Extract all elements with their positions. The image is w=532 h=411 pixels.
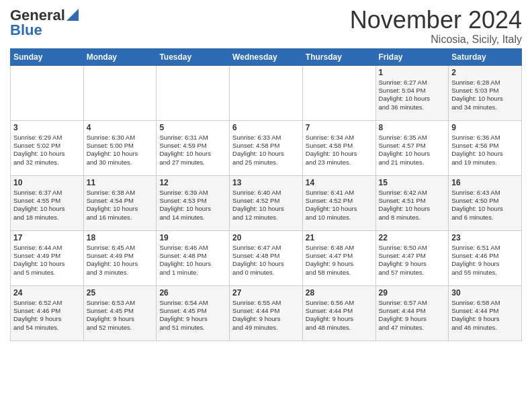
day-info: Sunrise: 6:48 AM — [306, 244, 373, 252]
day-number: 13 — [232, 178, 300, 187]
day-info: Sunset: 4:47 PM — [379, 252, 446, 260]
calendar-table: SundayMondayTuesdayWednesdayThursdayFrid… — [10, 48, 522, 341]
day-info: Daylight: 10 hours — [232, 260, 300, 268]
day-info: Sunrise: 6:57 AM — [379, 299, 446, 307]
day-number: 11 — [87, 178, 154, 187]
calendar-cell: 23Sunrise: 6:51 AMSunset: 4:46 PMDayligh… — [449, 230, 522, 285]
page-container: General Blue November 2024 Nicosia, Sici… — [0, 0, 532, 348]
day-info: Sunrise: 6:37 AM — [13, 189, 81, 197]
day-info: Sunset: 4:47 PM — [306, 252, 373, 260]
calendar-cell: 2Sunrise: 6:28 AMSunset: 5:03 PMDaylight… — [449, 65, 522, 120]
day-info: and 54 minutes. — [13, 324, 81, 332]
calendar-cell: 4Sunrise: 6:30 AMSunset: 5:00 PMDaylight… — [83, 120, 157, 175]
logo-icon — [66, 9, 79, 21]
day-info: Sunrise: 6:36 AM — [451, 134, 519, 142]
day-info: Sunset: 4:44 PM — [379, 307, 446, 315]
day-info: and 27 minutes. — [159, 158, 226, 167]
calendar-header-cell: Monday — [83, 48, 157, 65]
day-info: Daylight: 10 hours — [87, 205, 154, 213]
calendar-cell: 25Sunrise: 6:53 AMSunset: 4:45 PMDayligh… — [83, 285, 157, 340]
day-number: 6 — [232, 123, 300, 132]
day-info: Daylight: 10 hours — [451, 95, 519, 103]
day-info: and 21 minutes. — [379, 158, 446, 167]
day-info: Sunrise: 6:54 AM — [159, 299, 226, 307]
day-info: and 6 minutes. — [451, 214, 519, 222]
calendar-cell: 5Sunrise: 6:31 AMSunset: 4:59 PMDaylight… — [157, 120, 230, 175]
day-number: 24 — [13, 288, 81, 298]
day-info: Sunset: 5:02 PM — [13, 142, 81, 150]
day-info: Sunset: 4:46 PM — [451, 252, 519, 260]
day-info: Sunset: 4:50 PM — [451, 197, 519, 205]
calendar-cell: 12Sunrise: 6:39 AMSunset: 4:53 PMDayligh… — [157, 175, 230, 230]
day-number: 23 — [451, 233, 519, 242]
day-info: and 3 minutes. — [87, 269, 154, 277]
day-info: Daylight: 10 hours — [306, 150, 373, 158]
calendar-cell: 17Sunrise: 6:44 AMSunset: 4:49 PMDayligh… — [11, 230, 84, 285]
day-number: 12 — [159, 178, 226, 187]
month-title: November 2024 — [350, 7, 522, 34]
day-info: Daylight: 10 hours — [13, 150, 81, 158]
day-info: and 30 minutes. — [87, 158, 154, 167]
calendar-cell: 29Sunrise: 6:57 AMSunset: 4:44 PMDayligh… — [375, 285, 449, 340]
day-info: Sunset: 4:48 PM — [159, 252, 226, 260]
day-info: and 14 minutes. — [159, 214, 226, 222]
calendar-cell: 15Sunrise: 6:42 AMSunset: 4:51 PMDayligh… — [375, 175, 449, 230]
svg-marker-0 — [66, 9, 79, 21]
day-info: Daylight: 9 hours — [159, 315, 226, 323]
calendar-cell — [230, 65, 303, 120]
day-info: Daylight: 10 hours — [451, 150, 519, 158]
day-info: Sunset: 4:46 PM — [13, 307, 81, 315]
day-info: Sunrise: 6:38 AM — [87, 189, 154, 197]
day-info: and 18 minutes. — [13, 214, 81, 222]
day-info: Daylight: 10 hours — [87, 150, 154, 158]
day-info: Sunset: 4:48 PM — [232, 252, 300, 260]
day-info: and 47 minutes. — [379, 324, 446, 332]
day-info: Sunrise: 6:39 AM — [159, 189, 226, 197]
calendar-cell: 3Sunrise: 6:29 AMSunset: 5:02 PMDaylight… — [11, 120, 84, 175]
day-info: Sunrise: 6:58 AM — [451, 299, 519, 307]
day-number: 1 — [379, 68, 446, 77]
day-info: Sunrise: 6:50 AM — [379, 244, 446, 252]
calendar-cell — [302, 65, 375, 120]
day-info: Sunset: 4:58 PM — [232, 142, 300, 150]
day-info: Sunrise: 6:41 AM — [306, 189, 373, 197]
day-number: 20 — [232, 233, 300, 242]
calendar-cell: 6Sunrise: 6:33 AMSunset: 4:58 PMDaylight… — [230, 120, 303, 175]
calendar-header-row: SundayMondayTuesdayWednesdayThursdayFrid… — [11, 48, 522, 65]
day-number: 18 — [87, 233, 154, 242]
day-info: Sunset: 4:44 PM — [232, 307, 300, 315]
day-info: Sunset: 4:45 PM — [159, 307, 226, 315]
calendar-cell: 8Sunrise: 6:35 AMSunset: 4:57 PMDaylight… — [375, 120, 449, 175]
day-info: Daylight: 9 hours — [232, 315, 300, 323]
day-info: and 25 minutes. — [232, 158, 300, 167]
calendar-cell: 13Sunrise: 6:40 AMSunset: 4:52 PMDayligh… — [230, 175, 303, 230]
calendar-header-cell: Saturday — [449, 48, 522, 65]
day-info: Daylight: 10 hours — [159, 150, 226, 158]
day-info: Daylight: 10 hours — [159, 260, 226, 268]
day-info: and 19 minutes. — [451, 158, 519, 167]
day-info: Sunset: 4:44 PM — [451, 307, 519, 315]
calendar-cell: 9Sunrise: 6:36 AMSunset: 4:56 PMDaylight… — [449, 120, 522, 175]
day-info: Daylight: 10 hours — [232, 150, 300, 158]
day-info: Sunrise: 6:51 AM — [451, 244, 519, 252]
calendar-header-cell: Tuesday — [157, 48, 230, 65]
day-info: Sunset: 4:49 PM — [13, 252, 81, 260]
calendar-cell: 14Sunrise: 6:41 AMSunset: 4:52 PMDayligh… — [302, 175, 375, 230]
day-info: Daylight: 10 hours — [379, 150, 446, 158]
day-info: and 58 minutes. — [306, 269, 373, 277]
day-info: Sunrise: 6:27 AM — [379, 79, 446, 87]
day-number: 4 — [87, 123, 154, 132]
calendar-cell — [83, 65, 157, 120]
day-info: Sunrise: 6:29 AM — [13, 134, 81, 142]
day-info: Sunset: 4:58 PM — [306, 142, 373, 150]
calendar-week-row: 10Sunrise: 6:37 AMSunset: 4:55 PMDayligh… — [11, 175, 522, 230]
day-info: Sunrise: 6:47 AM — [232, 244, 300, 252]
day-number: 27 — [232, 288, 300, 298]
day-info: Daylight: 9 hours — [306, 315, 373, 323]
calendar-header-cell: Thursday — [302, 48, 375, 65]
day-number: 29 — [379, 288, 446, 298]
day-number: 19 — [159, 233, 226, 242]
day-info: Sunrise: 6:44 AM — [13, 244, 81, 252]
title-block: November 2024 Nicosia, Sicily, Italy — [350, 7, 522, 46]
day-info: Sunrise: 6:31 AM — [159, 134, 226, 142]
